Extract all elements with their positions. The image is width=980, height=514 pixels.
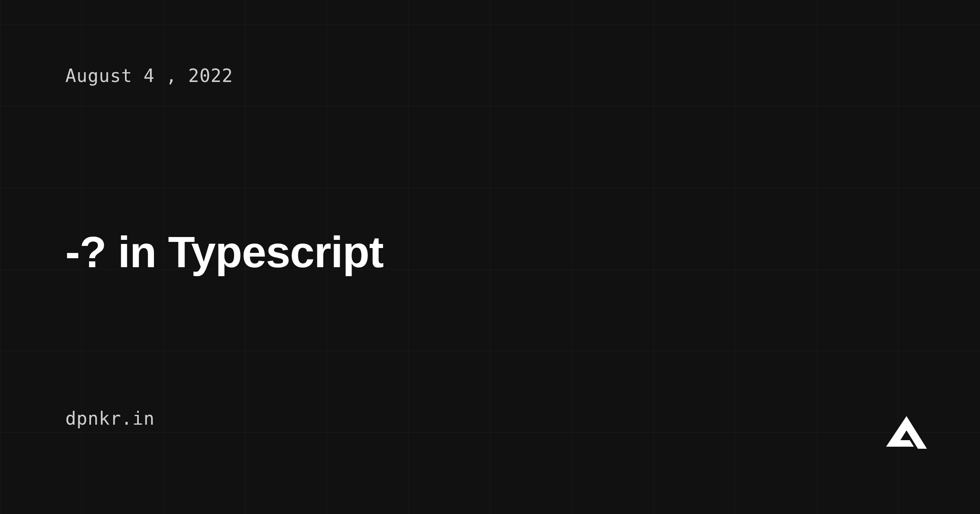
site-logo-icon: [886, 416, 927, 449]
site-domain: dpnkr.in: [65, 408, 155, 429]
post-title: -? in Typescript: [65, 226, 383, 277]
post-date: August 4 , 2022: [65, 65, 233, 86]
